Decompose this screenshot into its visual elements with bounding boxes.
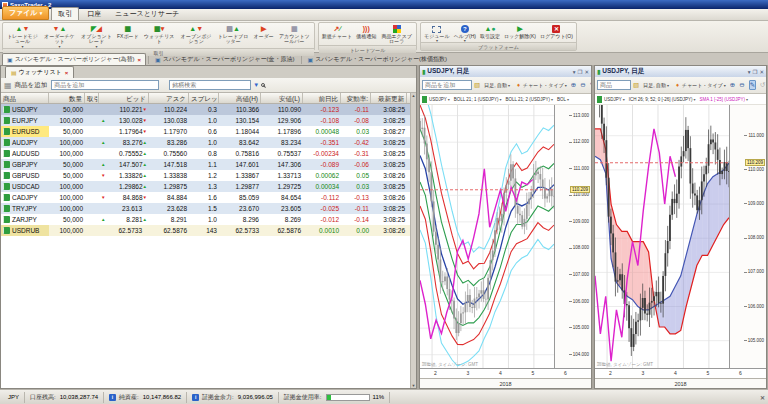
ribbon-button-trade-blotter[interactable]: ▤▲トレードブロッター <box>215 23 252 48</box>
doc-tab-2[interactable]: ▣スパンモデル・スーパーボリンジャー(株価指数) <box>304 54 452 65</box>
column-header[interactable]: 数量 <box>49 93 85 103</box>
chart-canvas[interactable] <box>595 105 729 368</box>
chart-plot[interactable]: 調整値, タイムゾーン: GMT <box>595 105 729 368</box>
chart-menu-icon[interactable]: ▾ <box>748 69 751 75</box>
legend-item[interactable]: ICH 26; 9; 52; 0 [-26] (USDJPY)▾ <box>629 97 696 102</box>
ribbon-button-trade-settings[interactable]: ▲●取引設定 <box>478 23 502 42</box>
watchlist-row-AUDUSD[interactable]: AUDUSD100,0000.75552▲0.755600.80.758160.… <box>1 148 416 159</box>
column-header[interactable]: ビッド <box>99 93 149 103</box>
draw-icon[interactable]: ✎ <box>590 81 591 89</box>
ribbon-button-logout[interactable]: ✕ログアウト(O) <box>538 23 575 42</box>
period-button[interactable]: 日足, 自動▾ <box>641 81 671 89</box>
watchlist-row-ZARJPY[interactable]: ZARJPY50,000▲8.281▲8.2911.08.2968.269-0.… <box>1 214 416 225</box>
maximize-icon[interactable]: ❐ <box>577 69 582 75</box>
maximize-icon[interactable]: ❐ <box>752 69 757 75</box>
symbol-search-input[interactable] <box>169 80 251 90</box>
chart-template-icon[interactable]: ▧ <box>633 81 639 89</box>
close-icon[interactable]: ✕ <box>584 69 589 75</box>
zoom-in-icon[interactable]: ⊕ <box>730 81 735 89</box>
chart-instrument-input[interactable] <box>597 80 631 90</box>
close-icon[interactable]: × <box>65 70 69 76</box>
close-icon[interactable]: × <box>138 57 142 63</box>
add-instrument-input[interactable] <box>51 80 159 90</box>
instrument-cell: CADJPY <box>1 192 49 203</box>
legend-item[interactable]: BOL▾ <box>557 97 569 102</box>
watchlist-row-CADJPY[interactable]: CADJPY100,000▼84.868▼84.8841.685.05984.6… <box>1 192 416 203</box>
column-header[interactable]: 商品 <box>1 93 49 103</box>
filter-icon[interactable]: ▼ <box>253 82 259 88</box>
chart-instrument-input[interactable] <box>422 80 472 90</box>
ribbon-button-trade-module[interactable]: ▲▼トレードモジュール▾ <box>4 23 41 48</box>
draw-icon[interactable]: ✎ <box>749 80 756 90</box>
column-header[interactable]: 高値(H) <box>219 93 261 103</box>
search-icon[interactable] <box>261 83 265 87</box>
watchlist-tab-label: ウォッチリスト <box>19 68 62 77</box>
legend-item[interactable]: SMA 1 [-25] (USDJPY)▾ <box>700 97 749 102</box>
ribbon-button-open-positions[interactable]: ▲▼オープンポジション <box>178 23 215 48</box>
column-header[interactable]: 安値(L) <box>261 93 303 103</box>
legend-item[interactable]: BOLL 21; 2 (USDJPY)▾ <box>505 97 553 102</box>
ribbon-button-help[interactable]: ?ヘルプ(H)▾ <box>452 23 478 42</box>
watchlist-row-TRYJPY[interactable]: TRYJPY100,00023.61323.6281.523.67023.605… <box>1 203 416 214</box>
chart-canvas[interactable] <box>420 105 554 368</box>
grid-icon[interactable]: ▦ <box>4 81 12 90</box>
chevron-down-icon: ▾ <box>40 10 43 16</box>
ribbon-button-price-alert[interactable]: )))価格通知 <box>354 23 378 45</box>
column-header[interactable]: スプレッド <box>189 93 219 103</box>
chart-type-button[interactable]: チャート・タイプ▾ <box>680 81 728 89</box>
column-header[interactable]: 前日比 <box>303 93 341 103</box>
bid-value: 8.281 <box>105 214 142 225</box>
zoom-out-icon[interactable]: ⊖ <box>580 81 585 89</box>
watchlist-row-USDCAD[interactable]: USDCAD100,0001.29862▲1.298751.31.298771.… <box>1 181 416 192</box>
menu-item-file[interactable]: ファイル▾ <box>2 6 49 20</box>
watchlist-scrollbar[interactable]: ▲ ▼ <box>410 93 416 388</box>
watchlist-row-AUDJPY[interactable]: AUDJPY100,000▲83.276▲83.2861.083.64283.2… <box>1 137 416 148</box>
watchlist-row-USDRUB[interactable]: USDRUB100,00062.573362.587614362.573362.… <box>1 225 416 236</box>
legend-item[interactable]: USDJPY▾ <box>429 97 450 102</box>
doc-tab-0[interactable]: ▣スパンモデル・スーパーボリンジャー(為替)× <box>2 53 146 65</box>
scroll-down-icon[interactable]: ▼ <box>412 383 416 388</box>
zoom-out-icon[interactable]: ⊖ <box>739 81 744 89</box>
close-icon[interactable]: ✕ <box>759 69 764 75</box>
chart-template-icon[interactable]: ▧ <box>474 81 480 89</box>
tab-watchlist[interactable]: ▤ ウォッチリスト × <box>5 66 74 78</box>
doc-tab-1[interactable]: ▣スパンモデル・スーパーボリンジャー(金・原油) <box>151 54 299 65</box>
ribbon-button-module[interactable]: モジュール▾ <box>422 23 451 42</box>
ribbon-button-order[interactable]: ▶オーダー <box>252 23 276 48</box>
info-icon[interactable]: i <box>192 394 199 401</box>
y-tick-label: 105.000 <box>569 325 589 330</box>
quantity-cell: 100,000 <box>49 225 85 236</box>
ribbon-button-label: トレードブロッター <box>217 34 250 45</box>
chart-type-button[interactable]: チャート・タイプ▾ <box>521 81 569 89</box>
info-icon[interactable]: i <box>109 394 116 401</box>
chart-menu-icon[interactable]: ▾ <box>573 69 576 75</box>
watchlist-row-EURJPY[interactable]: EURJPY100,000▲130.028▼130.0381.0130.1541… <box>1 115 416 126</box>
undo-icon[interactable]: ↺ <box>760 81 765 89</box>
menu-item-news[interactable]: ニュースとリサーチ <box>109 8 185 20</box>
ribbon-button-order-ticket[interactable]: ▼▲オーダーチケット▾ <box>41 23 78 48</box>
ribbon-button-unlock[interactable]: ▶ロック解除(K) <box>502 23 538 42</box>
column-header[interactable]: 取引 <box>85 93 99 103</box>
column-header[interactable]: アスク <box>149 93 189 103</box>
watchlist-row-GBPUSD[interactable]: GBPUSD50,000▼1.33826▲1.338381.21.338671.… <box>1 170 416 181</box>
period-button[interactable]: 日足, 自動▾ <box>482 81 512 89</box>
legend-item[interactable]: BOLL 21; 1 (USDJPY)▾ <box>454 97 502 102</box>
ribbon-button-new-chart[interactable]: ↗∕新規チャート <box>320 23 354 45</box>
scroll-up-icon[interactable]: ▲ <box>412 93 416 98</box>
watchlist-row-GBPJPY[interactable]: GBPJPY50,000▲147.507▲147.5181.1147.60114… <box>1 159 416 170</box>
watchlist-row-EURUSD[interactable]: EURUSD50,0001.17964▼1.179700.61.180441.1… <box>1 126 416 137</box>
watchlist-row-USDJPY[interactable]: USDJPY50,000110.221▼110.2240.3110.366110… <box>1 104 416 115</box>
legend-item[interactable]: USDJPY▾ <box>604 97 625 102</box>
ribbon-button-explorer[interactable]: 商品エクスプローラ <box>378 23 415 45</box>
ribbon-button-option-trade[interactable]: ◤◢オプショントレード▾ <box>78 23 115 48</box>
ribbon-button-account-toolbar[interactable]: ▦アカウントツールバー <box>276 23 313 48</box>
ribbon-button-fx-board[interactable]: ▦FXボード <box>115 23 141 48</box>
zoom-in-icon[interactable]: ⊕ <box>571 81 576 89</box>
close-icon[interactable]: ✕ <box>760 394 765 401</box>
chart-plot[interactable]: 調整値, タイムゾーン: GMT <box>420 105 554 368</box>
menu-item-account[interactable]: 口座 <box>81 8 107 20</box>
ribbon-button-watch-list[interactable]: ▦▾ウォッチリスト <box>141 23 178 48</box>
menu-item-trade[interactable]: 取引 <box>51 7 79 20</box>
column-header[interactable]: 最新更新 <box>371 93 407 103</box>
column-header[interactable]: 変動率: <box>341 93 371 103</box>
